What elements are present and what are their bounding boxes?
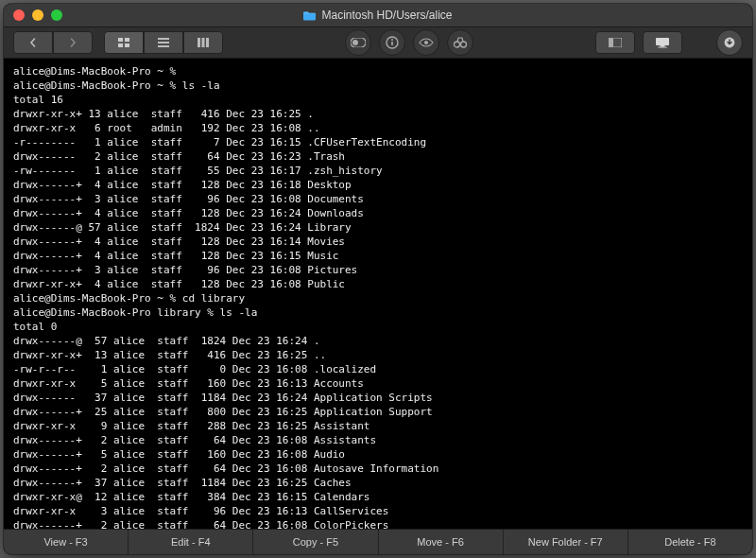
footer-view-button[interactable]: View - F3: [4, 530, 129, 554]
titlebar: Macintosh HD/Users/alice: [4, 4, 752, 26]
folder-icon: [303, 9, 316, 22]
path-button[interactable]: [643, 31, 682, 54]
terminal-line: drwxr-xr-x 3 alice staff 96 Dec 23 16:13…: [13, 504, 743, 518]
close-window-button[interactable]: [13, 9, 25, 21]
zoom-window-button[interactable]: [51, 9, 62, 21]
terminal-line: drwx------+ 2 alice staff 64 Dec 23 16:0…: [13, 462, 743, 476]
svg-point-15: [424, 41, 428, 44]
forward-button[interactable]: [53, 31, 93, 54]
svg-rect-1: [125, 38, 129, 42]
svg-point-11: [352, 40, 358, 45]
terminal-line: drwxr-xr-x 5 alice staff 160 Dec 23 16:1…: [13, 376, 743, 391]
grid-icon: [118, 38, 129, 47]
terminal-line: drwxr-xr-x+ 13 alice staff 416 Dec 23 16…: [13, 107, 743, 121]
terminal-line: drwx------+ 4 alice staff 128 Dec 23 16:…: [13, 235, 743, 249]
view-mode-group: [104, 31, 223, 54]
view-icons-button[interactable]: [104, 31, 144, 54]
toggle-icon: [351, 38, 366, 47]
terminal-line: drwx------+ 4 alice staff 128 Dec 23 16:…: [13, 178, 743, 192]
footer-delete-button[interactable]: Delete - F8: [628, 530, 752, 554]
terminal-line: drwx------+ 5 alice staff 160 Dec 23 16:…: [13, 447, 743, 462]
svg-point-17: [461, 42, 467, 47]
terminal-line: total 0: [13, 320, 743, 334]
svg-rect-2: [118, 44, 123, 47]
download-button[interactable]: [716, 29, 743, 56]
back-button[interactable]: [13, 31, 53, 54]
svg-rect-19: [609, 38, 613, 47]
chevron-right-icon: [68, 38, 77, 47]
terminal-line: -r-------- 1 alice staff 7 Dec 23 16:15 …: [13, 135, 743, 149]
terminal-line: -rw------- 1 alice staff 55 Dec 23 16:17…: [13, 164, 743, 178]
minimize-window-button[interactable]: [32, 9, 43, 21]
terminal-line: alice@Dims-MacBook-Pro library % ls -la: [13, 305, 743, 320]
svg-rect-22: [659, 46, 667, 47]
download-icon: [724, 37, 735, 48]
terminal-line: alice@Dims-MacBook-Pro ~ % ls -la: [13, 78, 743, 93]
display-icon: [655, 38, 670, 48]
terminal-line: drwx------ 2 alice staff 64 Dec 23 16:23…: [13, 149, 743, 164]
terminal-output[interactable]: alice@Dims-MacBook-Pro ~ %alice@Dims-Mac…: [4, 59, 752, 529]
terminal-line: drwx------@ 57 alice staff 1824 Dec 23 1…: [13, 334, 743, 348]
terminal-line: drwx------+ 25 alice staff 800 Dec 23 16…: [13, 405, 743, 419]
center-actions: [345, 29, 473, 56]
terminal-line: drwx------+ 3 alice staff 96 Dec 23 16:0…: [13, 263, 743, 277]
terminal-line: alice@Dims-MacBook-Pro ~ % cd library: [13, 291, 743, 305]
terminal-line: drwxr-xr-x+ 4 alice staff 128 Dec 23 16:…: [13, 277, 743, 291]
terminal-line: drwx------ 37 alice staff 1184 Dec 23 16…: [13, 391, 743, 405]
info-button[interactable]: [379, 29, 405, 56]
binoculars-icon: [453, 37, 468, 48]
preview-button[interactable]: [413, 29, 439, 56]
toolbar: [4, 26, 752, 59]
footer-move-button[interactable]: Move - F6: [379, 530, 504, 554]
view-columns-button[interactable]: [183, 31, 223, 54]
terminal-line: drwx------+ 4 alice staff 128 Dec 23 16:…: [13, 206, 743, 220]
list-icon: [158, 38, 169, 47]
svg-rect-7: [198, 38, 200, 47]
traffic-lights: [4, 9, 62, 21]
nav-group: [13, 31, 93, 54]
terminal-line: drwx------+ 3 alice staff 96 Dec 23 16:0…: [13, 192, 743, 206]
terminal-line: drwxr-xr-x@ 12 alice staff 384 Dec 23 16…: [13, 490, 743, 504]
sidebar-icon: [609, 38, 622, 47]
terminal-line: drwx------+ 4 alice staff 128 Dec 23 16:…: [13, 249, 743, 263]
terminal-line: total 16: [13, 93, 743, 107]
svg-point-16: [455, 42, 460, 47]
terminal-line: drwxr-xr-x 9 alice staff 288 Dec 23 16:2…: [13, 419, 743, 433]
terminal-line: -rw-r--r-- 1 alice staff 0 Dec 23 16:08 …: [13, 362, 743, 376]
right-actions: [595, 29, 743, 56]
window-title-text: Macintosh HD/Users/alice: [321, 9, 452, 22]
terminal-line: alice@Dims-MacBook-Pro ~ %: [13, 64, 743, 78]
footer-edit-button[interactable]: Edit - F4: [129, 530, 253, 554]
terminal-line: drwx------+ 2 alice staff 64 Dec 23 16:0…: [13, 518, 743, 529]
binoculars-button[interactable]: [447, 29, 473, 56]
footer-copy-button[interactable]: Copy - F5: [253, 530, 378, 554]
chevron-left-icon: [28, 38, 38, 47]
svg-rect-13: [391, 42, 393, 45]
terminal-line: drwx------@ 57 alice staff 1824 Dec 23 1…: [13, 220, 743, 235]
footer-bar: View - F3 Edit - F4 Copy - F5 Move - F6 …: [4, 529, 752, 554]
svg-rect-3: [125, 44, 129, 47]
svg-rect-6: [158, 45, 169, 47]
window-title: Macintosh HD/Users/alice: [4, 9, 752, 22]
terminal-line: drwxr-xr-x+ 13 alice staff 416 Dec 23 16…: [13, 348, 743, 362]
view-list-button[interactable]: [144, 31, 183, 54]
sidebar-toggle-button[interactable]: [595, 31, 635, 54]
svg-rect-20: [656, 38, 669, 45]
svg-rect-8: [202, 38, 205, 47]
svg-rect-0: [118, 38, 123, 42]
toggle-button[interactable]: [345, 29, 371, 56]
eye-icon: [419, 38, 434, 47]
svg-rect-5: [158, 42, 169, 44]
footer-newfolder-button[interactable]: New Folder - F7: [504, 530, 628, 554]
terminal-line: drwxr-xr-x 6 root admin 192 Dec 23 16:08…: [13, 121, 743, 135]
info-icon: [386, 36, 399, 49]
terminal-line: drwx------+ 37 alice staff 1184 Dec 23 1…: [13, 476, 743, 490]
terminal-line: drwx------+ 2 alice staff 64 Dec 23 16:0…: [13, 433, 743, 447]
svg-rect-9: [206, 38, 209, 47]
svg-point-14: [391, 39, 393, 41]
svg-rect-21: [661, 45, 665, 47]
app-window: Macintosh HD/Users/alice: [4, 4, 752, 554]
columns-icon: [198, 38, 209, 47]
svg-rect-4: [158, 38, 169, 40]
